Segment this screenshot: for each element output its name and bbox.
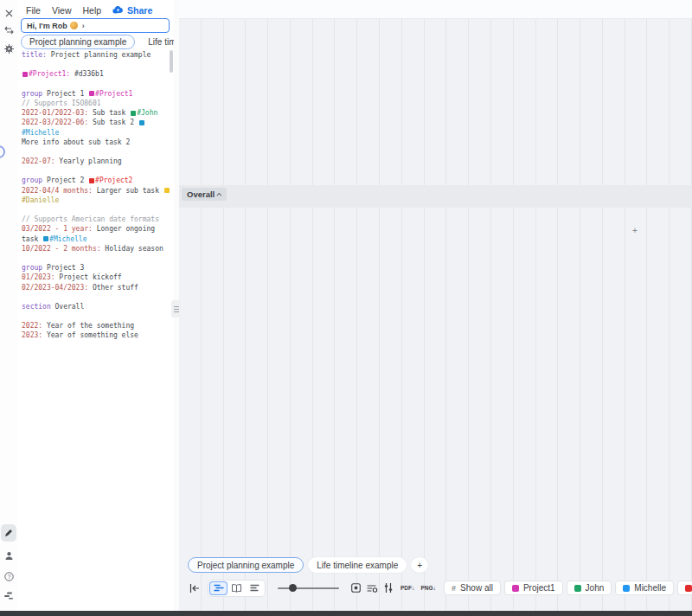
month-column: 3月	[491, 0, 514, 611]
section-toggle-overall[interactable]: Overall	[182, 188, 227, 201]
code-line[interactable]: title: Project planning example	[22, 50, 169, 60]
code-line[interactable]: section Overall	[22, 302, 169, 311]
code-line[interactable]	[22, 147, 169, 157]
code-line[interactable]: // Supports ISO8601	[22, 99, 169, 108]
code-line[interactable]: 2022: Year of the something	[22, 321, 169, 330]
code-line[interactable]	[22, 253, 169, 263]
code-token: Longer ongoing	[93, 225, 155, 233]
hamster-emoji-icon	[70, 22, 78, 29]
legend-tag-project2[interactable]: Project2	[677, 581, 692, 595]
timeline-view-button[interactable]	[209, 581, 227, 595]
code-line[interactable]: 2022-03/2022-06: Sub task 2	[22, 118, 169, 127]
month-column: 8月	[603, 0, 625, 611]
code-line[interactable]	[22, 292, 169, 302]
legend-tag-john[interactable]: John	[567, 581, 612, 595]
greeting-input[interactable]: Hi, I'm Rob ›	[21, 18, 170, 33]
legend-color-swatch	[512, 585, 519, 592]
tag-color-swatch	[89, 178, 94, 183]
swap-arrows-icon[interactable]	[2, 23, 16, 37]
floating-handle[interactable]	[0, 145, 5, 158]
list-view-button[interactable]	[246, 581, 264, 595]
code-line[interactable]: #Project1: #d336b1	[22, 69, 169, 79]
code-line[interactable]: group Project 1 #Project1	[22, 89, 169, 99]
resize-grip[interactable]	[171, 300, 181, 318]
code-token: Other stuff	[88, 284, 138, 292]
month-column: 5月	[536, 0, 559, 611]
add-tab-button[interactable]: +	[411, 557, 428, 573]
tag-color-swatch	[43, 236, 48, 241]
slider-knob[interactable]	[289, 584, 297, 592]
code-line[interactable]	[22, 166, 169, 176]
code-line[interactable]: 10/2022 - 2 months: Holiday season	[22, 244, 169, 253]
code-line[interactable]	[22, 205, 169, 215]
code-line[interactable]: 2022-04/4 months: Larger sub task	[22, 186, 169, 196]
code-line[interactable]	[22, 311, 169, 321]
editor-scrollbar[interactable]	[170, 50, 173, 73]
code-token: 02/2023-04/2023:	[22, 284, 88, 292]
zoom-slider[interactable]	[278, 581, 339, 595]
legend-label: Show all	[460, 583, 493, 593]
code-line[interactable]: 01/2023: Project kickoff	[22, 273, 169, 282]
timeline-panel[interactable]: 20202月3月4月5月6月7月8月9月10月11月12月20212月3月4月5…	[179, 0, 692, 616]
book-view-button[interactable]	[227, 581, 246, 595]
tag-legend: #Show allProject1JohnMichelleProject2Dan…	[444, 581, 692, 595]
show-all-button[interactable]: #Show all	[444, 581, 501, 595]
legend-tag-michelle[interactable]: Michelle	[615, 581, 674, 595]
top-tab[interactable]: Life timeline example	[140, 35, 174, 49]
code-token: group	[22, 264, 42, 272]
timeline-rows-icon[interactable]	[2, 588, 16, 602]
help-icon[interactable]: ?	[2, 569, 16, 583]
code-line[interactable]: 2022-07: Yearly planning	[22, 157, 169, 166]
greeting-chevron-icon[interactable]: ›	[82, 22, 85, 30]
code-line[interactable]: task #Michelle	[22, 234, 169, 244]
code-line[interactable]: // Supports American date formats	[22, 215, 169, 224]
month-column: 4月	[514, 0, 536, 611]
month-column: 3月	[224, 0, 247, 611]
menu-help[interactable]: Help	[83, 5, 102, 16]
code-token: Sub task 2	[88, 119, 138, 126]
code-line[interactable]: 2022-01/2022-03: Sub task #John	[22, 108, 169, 118]
download-pdf-button[interactable]: PDF↓	[400, 585, 415, 591]
code-line[interactable]	[22, 80, 169, 89]
code-line[interactable]: More info about sub task 2	[22, 138, 169, 147]
top-tab[interactable]: Project planning example	[21, 35, 135, 49]
download-arrow-icon: ↓	[433, 585, 437, 591]
close-icon[interactable]	[2, 6, 16, 20]
add-event-marker[interactable]: +	[632, 226, 638, 235]
month-column: 7月	[313, 0, 336, 611]
jump-to-start-icon[interactable]	[188, 581, 202, 595]
code-token: Year of something else	[42, 331, 138, 339]
code-token: More info about sub task 2	[22, 138, 130, 146]
code-line[interactable]: 03/2022 - 1 year: Longer ongoing	[22, 224, 169, 234]
code-line[interactable]: #Michelle	[22, 128, 169, 138]
profile-person-icon[interactable]	[2, 549, 16, 562]
code-line[interactable]	[22, 60, 169, 69]
code-token: group	[22, 176, 42, 184]
menu-view[interactable]: View	[52, 5, 72, 16]
minimap-icon[interactable]	[349, 581, 362, 595]
share-button[interactable]: Share	[112, 5, 152, 16]
editor-code[interactable]: title: Project planning example #Project…	[22, 50, 169, 341]
download-png-button[interactable]: PNG↓	[421, 585, 437, 591]
edit-pencil-icon[interactable]	[1, 524, 16, 542]
legend-color-swatch	[685, 585, 692, 592]
code-line[interactable]: group Project 3	[22, 263, 169, 273]
code-line[interactable]: 02/2023-04/2023: Other stuff	[22, 283, 169, 292]
bottom-toolbar: PDF↓ PNG↓ #Show allProject1JohnMichelleP…	[188, 579, 692, 597]
month-column: 4月	[246, 0, 268, 611]
tag-color-swatch	[164, 188, 170, 193]
bottom-tab[interactable]: Life timeline example	[308, 557, 407, 573]
legend-tag-project1[interactable]: Project1	[504, 581, 563, 595]
tag-color-swatch	[131, 111, 136, 116]
code-line[interactable]: group Project 2 #Project2	[22, 176, 169, 185]
code-line[interactable]: #Danielle	[22, 196, 169, 205]
bottom-tab[interactable]: Project planning example	[188, 557, 304, 573]
autocenter-icon[interactable]	[365, 581, 379, 595]
code-line[interactable]: 2023: Year of something else	[22, 330, 169, 340]
month-column: 8月	[335, 0, 357, 611]
adjustments-icon[interactable]	[381, 581, 395, 595]
settings-gear-icon[interactable]	[2, 42, 16, 55]
bottom-tab-bar: Project planning exampleLife timeline ex…	[188, 557, 428, 573]
menu-file[interactable]: File	[26, 5, 41, 16]
code-token: #Project1:	[29, 70, 70, 78]
